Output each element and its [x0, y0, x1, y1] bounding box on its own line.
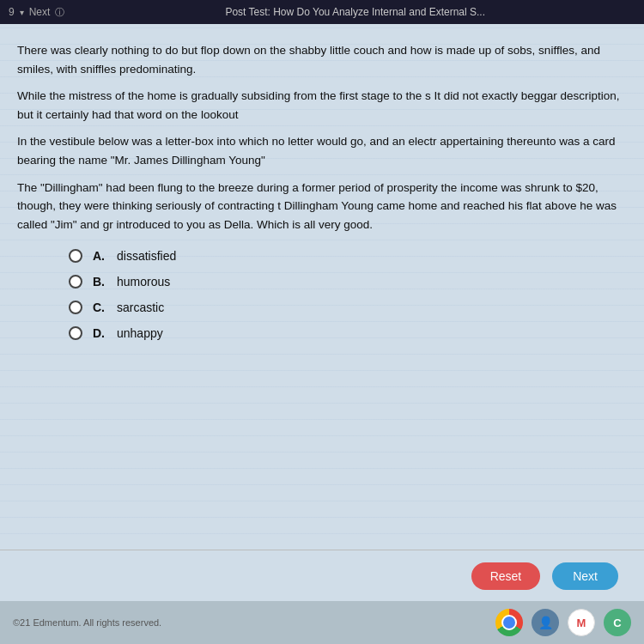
paragraph-4: The "Dillingham" had been flung to the b…	[17, 179, 631, 234]
option-row-1[interactable]: B.humorous	[69, 275, 631, 289]
mail-icon: M	[568, 609, 595, 636]
paragraph-3: In the vestibule below was a letter-box …	[17, 132, 631, 169]
option-radio-1	[69, 275, 82, 289]
user-icon: 👤	[532, 609, 559, 636]
files-icon: C	[604, 609, 631, 636]
option-text-0: dissatisfied	[117, 249, 176, 263]
paragraph-2: While the mistress of the home is gradua…	[17, 87, 631, 124]
footer: ©21 Edmentum. All rights reserved. 👤 M C	[0, 601, 644, 644]
option-text-1: humorous	[117, 275, 170, 289]
reset-button[interactable]: Reset	[471, 562, 541, 590]
next-button[interactable]: Next	[552, 562, 618, 590]
answer-options: A.dissatisfiedB.humorousC.sarcasticD.unh…	[17, 249, 631, 340]
option-letter-3: D.	[93, 326, 106, 340]
option-row-2[interactable]: C.sarcastic	[69, 301, 631, 314]
option-letter-1: B.	[93, 275, 106, 289]
copyright-text: ©21 Edmentum. All rights reserved.	[13, 617, 161, 628]
option-text-2: sarcastic	[117, 301, 164, 314]
question-number: 9	[9, 6, 15, 18]
passage-container: There was clearly nothing to do but flop…	[17, 41, 631, 234]
chevron-down-icon: ▾	[20, 8, 24, 17]
button-bar: Reset Next	[0, 550, 644, 601]
option-radio-0	[69, 249, 82, 263]
main-content: There was clearly nothing to do but flop…	[0, 24, 644, 550]
option-row-0[interactable]: A.dissatisfied	[69, 249, 631, 263]
footer-icons: 👤 M C	[495, 609, 631, 636]
option-letter-0: A.	[93, 249, 106, 263]
option-radio-3	[69, 326, 82, 340]
chrome-icon	[495, 609, 523, 636]
paragraph-1: There was clearly nothing to do but flop…	[17, 41, 631, 78]
top-bar: 9 ▾ Next ⓘ Post Test: How Do You Analyze…	[0, 0, 644, 24]
option-letter-2: C.	[93, 301, 106, 314]
next-top-label[interactable]: Next	[29, 6, 51, 18]
info-icon: ⓘ	[55, 6, 64, 19]
option-radio-2	[69, 301, 82, 314]
option-row-3[interactable]: D.unhappy	[69, 326, 631, 340]
option-text-3: unhappy	[117, 326, 163, 340]
page-title: Post Test: How Do You Analyze Internal a…	[75, 6, 635, 18]
top-bar-left: 9 ▾ Next ⓘ	[9, 6, 64, 19]
